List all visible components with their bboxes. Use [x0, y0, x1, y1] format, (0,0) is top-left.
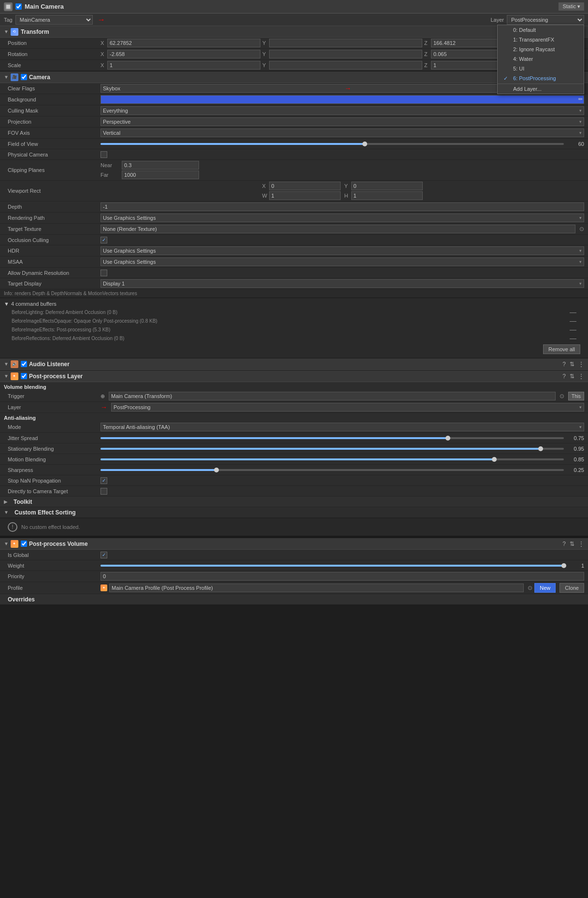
viewport-h-input[interactable] — [351, 191, 423, 200]
audio-listener-header[interactable]: ▼ 🔊 Audio Listener ? ⇅ ⋮ — [0, 358, 588, 370]
add-layer-item[interactable]: Add Layer... — [498, 84, 584, 94]
weight-thumb[interactable] — [561, 563, 566, 568]
pos-y-field: Y — [262, 39, 422, 47]
jitter-spread-fill — [100, 437, 448, 439]
rendering-path-dropdown[interactable]: Use Graphics Settings ▾ — [100, 214, 584, 222]
fov-axis-row: FOV Axis Vertical ▾ — [0, 128, 588, 139]
toolkit-label[interactable]: Toolkit — [10, 499, 106, 505]
target-texture-input[interactable] — [100, 225, 575, 233]
pos-y-input[interactable] — [269, 39, 422, 47]
directly-checkbox[interactable] — [100, 488, 107, 495]
msaa-label: MSAA — [4, 259, 100, 265]
far-input[interactable] — [122, 171, 199, 179]
viewport-x-input[interactable] — [269, 182, 341, 190]
trigger-target-icon[interactable]: ⊙ — [559, 393, 564, 399]
audio-menu[interactable]: ⋮ — [578, 361, 584, 368]
background-color[interactable]: ✏ — [100, 95, 584, 104]
sharpness-thumb[interactable] — [214, 468, 219, 472]
layer-label: Layer — [490, 17, 504, 23]
sharpness-label: Sharpness — [4, 467, 100, 473]
ppl-menu[interactable]: ⋮ — [578, 373, 584, 380]
layer-dropdown-wrapper: PostProcessing 0: Default 1: Transparent… — [507, 15, 584, 25]
audio-listener-section: ▼ 🔊 Audio Listener ? ⇅ ⋮ — [0, 358, 588, 371]
profile-new-button[interactable]: New — [534, 583, 556, 593]
tag-select[interactable]: MainCamera — [15, 15, 93, 25]
hdr-dropdown[interactable]: Use Graphics Settings ▾ — [100, 246, 584, 255]
depth-input[interactable] — [100, 202, 584, 211]
priority-value — [100, 572, 584, 581]
audio-help[interactable]: ? — [562, 361, 566, 368]
ppv-help[interactable]: ? — [562, 541, 566, 547]
weight-track[interactable] — [100, 565, 564, 567]
aa-mode-dropdown[interactable]: Temporal Anti-aliasing (TAA) ▾ — [100, 423, 584, 431]
occlusion-culling-checkbox[interactable] — [100, 237, 107, 243]
post-process-volume-header[interactable]: ▼ ✦ Post-process Volume ? ⇅ ⋮ — [0, 538, 588, 550]
near-input[interactable] — [122, 161, 199, 170]
target-texture-icon[interactable]: ⊙ — [579, 226, 584, 232]
ppl-settings[interactable]: ⇅ — [570, 373, 574, 380]
ppl-layer-dropdown[interactable]: PostProcessing ▾ — [111, 403, 584, 412]
stop-nan-checkbox[interactable] — [100, 477, 107, 484]
is-global-checkbox[interactable] — [100, 552, 107, 558]
trigger-input[interactable] — [109, 392, 556, 400]
physical-camera-checkbox[interactable] — [100, 151, 107, 158]
jitter-spread-value: 0.75 — [100, 435, 584, 441]
audio-listener-title: Audio Listener — [29, 361, 562, 368]
layer-option-water[interactable]: 4: Water — [498, 54, 584, 64]
viewport-y-input[interactable] — [351, 182, 423, 190]
allow-dynamic-checkbox[interactable] — [100, 270, 107, 276]
rot-y-input[interactable] — [269, 50, 422, 58]
stationary-blending-thumb[interactable] — [538, 446, 543, 451]
post-process-layer-checkbox[interactable] — [21, 373, 27, 379]
ppv-settings[interactable]: ⇅ — [570, 541, 574, 547]
fov-thumb[interactable] — [362, 142, 367, 146]
object-active-checkbox[interactable] — [15, 3, 22, 10]
projection-dropdown[interactable]: Perspective ▾ — [100, 117, 584, 126]
layer-option-ui[interactable]: 5: UI — [498, 64, 584, 73]
weight-value: 1 — [100, 563, 584, 569]
motion-blending-track[interactable] — [100, 458, 564, 460]
ppl-help[interactable]: ? — [562, 373, 566, 380]
fov-axis-dropdown[interactable]: Vertical ▾ — [100, 128, 584, 137]
audio-listener-checkbox[interactable] — [21, 361, 27, 367]
scale-y-input[interactable] — [269, 61, 422, 70]
camera-checkbox[interactable] — [21, 74, 27, 80]
sharpness-track[interactable] — [100, 469, 564, 471]
custom-effect-sorting-label[interactable]: Custom Effect Sorting — [11, 509, 107, 516]
fov-track[interactable] — [100, 143, 564, 145]
motion-blending-slider: 0.85 — [100, 456, 584, 462]
profile-target-icon[interactable]: ⊙ — [528, 584, 532, 591]
layer-option-ignoreraycast[interactable]: 2: Ignore Raycast — [498, 44, 584, 54]
layer-option-postprocessing[interactable]: ✓ 6: PostProcessing — [498, 73, 584, 84]
sharpness-slider: 0.25 — [100, 467, 584, 473]
trigger-this-button[interactable]: This — [568, 392, 584, 400]
pos-x-input[interactable] — [107, 39, 260, 47]
remove-all-button[interactable]: Remove all — [543, 344, 580, 354]
post-process-layer-header[interactable]: ▼ ✦ Post-process Layer ? ⇅ ⋮ — [0, 371, 588, 382]
static-badge[interactable]: Static ▾ — [559, 2, 584, 11]
target-display-dropdown[interactable]: Display 1 ▾ — [100, 279, 584, 288]
hdr-row: HDR Use Graphics Settings ▾ — [0, 245, 588, 257]
layer-select[interactable]: PostProcessing — [507, 15, 584, 25]
layer-option-default[interactable]: 0: Default — [498, 25, 584, 35]
command-buffers-header[interactable]: ▼ 4 command buffers — [4, 300, 584, 308]
motion-blending-thumb[interactable] — [492, 457, 497, 462]
msaa-dropdown[interactable]: Use Graphics Settings ▾ — [100, 257, 584, 266]
culling-mask-dropdown[interactable]: Everything ▾ — [100, 106, 584, 115]
ppv-menu[interactable]: ⋮ — [578, 541, 584, 547]
post-process-volume-checkbox[interactable] — [21, 541, 27, 547]
culling-mask-label: Culling Mask — [4, 108, 100, 114]
viewport-w-input[interactable] — [269, 191, 341, 200]
rot-x-input[interactable] — [107, 50, 260, 58]
stationary-blending-track[interactable] — [100, 448, 564, 450]
jitter-spread-track[interactable] — [100, 437, 564, 439]
audio-settings[interactable]: ⇅ — [570, 361, 574, 368]
priority-input[interactable] — [100, 572, 584, 581]
jitter-spread-thumb[interactable] — [445, 436, 450, 441]
scale-x-input[interactable] — [107, 61, 260, 70]
trigger-value: ⊕ ⊙ This — [100, 392, 584, 400]
profile-input[interactable] — [109, 584, 524, 592]
layer-option-transparentfx[interactable]: 1: TransparentFX — [498, 35, 584, 44]
clipping-planes-label: Clipping Planes — [4, 167, 100, 173]
profile-clone-button[interactable]: Clone — [559, 583, 584, 593]
